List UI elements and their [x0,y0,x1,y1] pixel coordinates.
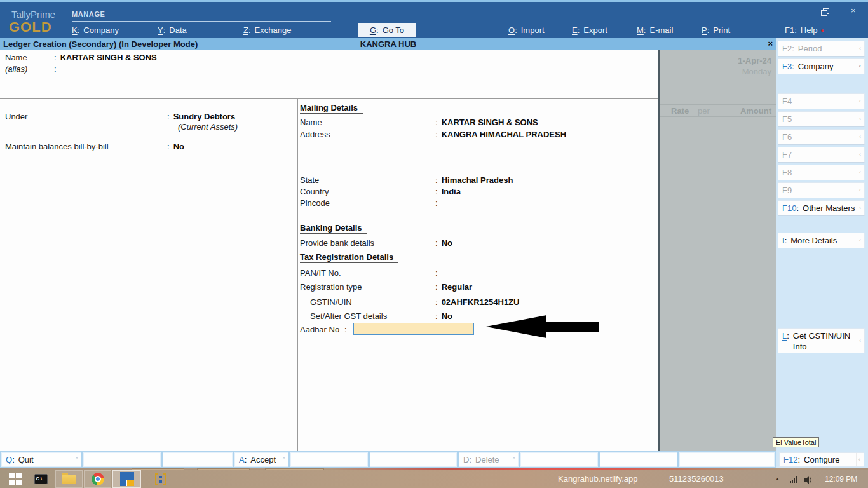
volume-icon[interactable] [804,475,814,487]
product-logo: TallyPrime [11,9,55,20]
bill-value[interactable]: No [173,142,184,151]
name-label: Name [5,53,54,62]
expand-caret-icon: ^ [513,453,515,466]
under-label: Under [5,112,167,121]
menu-item-email[interactable]: M:E-mail [637,25,673,35]
empty-button [600,452,677,467]
date-label: 1-Apr-24 [738,56,771,65]
alias-label: (alias) [5,64,54,74]
empty-button [370,452,457,467]
chevron-left-icon: ‹ [857,41,863,56]
menu-item-import[interactable]: O:Import [508,25,545,35]
set-alter-gst-row: Set/Alter GST details:No [310,311,452,321]
dimmed-voucher-panel: 1-Apr-24 Monday Rate per Amount [658,50,776,451]
registration-type-value[interactable]: Regular [442,282,472,292]
manage-section-label: MANAGE [72,10,105,18]
mailing-name-value[interactable]: KARTAR SINGH & SONS [442,118,538,127]
provide-bank-row: Provide bank details:No [300,238,452,248]
state-value[interactable]: Himachal Pradesh [442,175,513,185]
file-explorer-button[interactable] [55,470,83,488]
alias-row: (alias): [5,64,60,74]
tallyprime-window: TallyPrime GOLD MANAGE K:Company Y:Data … [0,0,868,488]
tallyprime-icon [120,472,134,486]
chevron-left-icon: ‹ [857,233,863,248]
manage-underline [72,21,331,22]
sidebar-item-f6: F6 ‹ [778,129,865,145]
right-button-panel: F2:Period ‹ F3:Company ‹ F4 ‹ F5 ‹ F6 ‹ … [776,38,868,468]
delete-button: D:Delete ^ [459,452,519,467]
configure-button[interactable]: F12:Configure ‹ [779,452,864,467]
sidebar-item-f9: F9 ‹ [778,182,865,198]
restore-button[interactable] [821,7,828,17]
network-icon[interactable] [790,476,800,483]
gstin-row: GSTIN/UIN:02AHFKR1254H1ZU [310,297,519,307]
sidebar-item-f3-company[interactable]: F3:Company ‹ [778,58,865,74]
top-menu-bar: TallyPrime GOLD MANAGE K:Company Y:Data … [0,2,868,38]
bill-by-bill-row: Maintain balances bill-by-bill:No [5,142,184,151]
minimize-button[interactable]: — [789,6,797,15]
chevron-left-icon: ‹ [857,112,863,126]
empty-button [83,452,161,467]
aadhar-input[interactable] [353,323,474,335]
empty-button [520,452,598,467]
chevron-left-icon: ‹ [857,183,863,198]
goto-button[interactable]: G:Go To [358,23,416,37]
pincode-row: Pincode: [300,198,442,208]
tally-bracket-button[interactable] [150,470,170,488]
cmd-button[interactable]: C:\ [31,470,51,488]
name-value[interactable]: KARTAR SINGH & SONS [60,53,157,62]
chevron-left-icon: ‹ [856,453,862,466]
folder-icon [62,475,76,484]
bill-label: Maintain balances bill-by-bill [5,142,167,151]
tray-caret-icon[interactable]: ▲ [775,470,780,488]
menu-item-print[interactable]: P:Print [702,25,730,35]
mailing-name-row: Name:KARTAR SINGH & SONS [300,118,538,127]
empty-button [290,452,368,467]
menu-item-exchange[interactable]: Z:Exchange [243,25,291,35]
sidebar-item-more-details[interactable]: I:More Details ‹ [778,233,865,248]
chevron-left-icon: ‹ [857,165,863,180]
quit-button[interactable]: Q:Quit ^ [1,452,81,467]
chevron-left-icon: ‹ [857,329,863,353]
banking-details-header: Banking Details [300,223,367,234]
day-label: Monday [742,67,771,76]
under-value[interactable]: Sundry Debtors [173,112,236,121]
mailing-details-header: Mailing Details [300,103,363,114]
sidebar-item-f10-other-masters[interactable]: F10:Other Masters ‹ [778,200,865,216]
edition-label: GOLD [9,19,52,36]
set-alter-gst-value[interactable]: No [442,311,452,321]
close-button[interactable]: × [851,6,856,15]
empty-button [679,452,775,467]
restore-icon [821,8,828,15]
screen-close-icon[interactable]: × [768,39,773,48]
mailing-address-value[interactable]: KANGRA HIMACHAL PRADESH [442,130,566,139]
empty-button [163,452,233,467]
notification-dot-icon: ● [821,27,824,34]
provide-bank-value[interactable]: No [442,238,452,248]
chevron-left-icon: ‹ [857,94,863,109]
sidebar-item-get-gstin-info[interactable]: L:Get GSTIN/UIN Info ‹ [778,328,865,353]
annotation-arrow-icon [482,313,601,341]
column-header-row: Rate per Amount [660,104,776,117]
tax-registration-header: Tax Registration Details [300,252,398,263]
sidebar-item-f7: F7 ‹ [778,147,865,163]
chevron-left-icon: ‹ [857,130,863,144]
expand-caret-icon: ^ [283,453,285,466]
accept-button[interactable]: A:Accept ^ [234,452,288,467]
vertical-divider [297,98,298,451]
menu-item-company[interactable]: K:Company [72,25,119,35]
taskbar-site-text: Kangrahub.netlify.app [558,470,638,488]
registration-type-row: Registration type:Regular [300,282,472,292]
menu-item-help[interactable]: F1:Help● [785,25,824,35]
chrome-button[interactable] [84,470,111,488]
name-row: Name:KARTAR SINGH & SONS [5,53,157,62]
ledger-creation-form: Name:KARTAR SINGH & SONS (alias): Under:… [0,50,658,451]
gstin-value[interactable]: 02AHFKR1254H1ZU [442,297,520,307]
menu-item-data[interactable]: Y:Data [158,25,187,35]
tallyprime-button[interactable] [112,470,141,488]
country-value[interactable]: India [442,187,461,196]
menu-item-export[interactable]: E:Export [572,25,607,35]
under-subgroup: (Current Assets) [178,122,238,132]
start-button[interactable] [5,470,25,488]
sidebar-item-f2-period: F2:Period ‹ [778,41,865,57]
